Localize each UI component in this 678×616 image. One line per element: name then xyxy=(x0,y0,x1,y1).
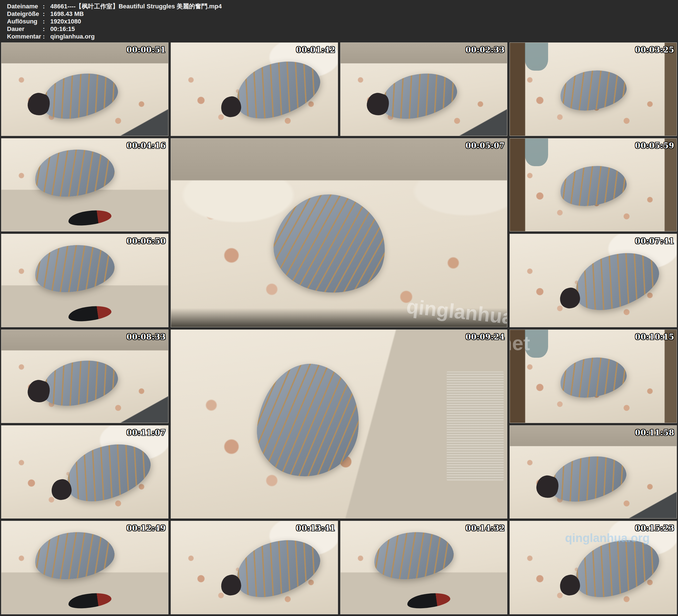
timestamp-overlay: 00:02:33 xyxy=(466,45,505,54)
thumbnail-image xyxy=(510,43,677,136)
duration-value: 00:16:15 xyxy=(50,25,75,33)
timestamp-overlay: 00:12:49 xyxy=(126,524,166,533)
field-separator: : xyxy=(43,2,50,10)
timestamp-overlay: 00:08:33 xyxy=(126,333,166,341)
timestamp-overlay: 00:15:23 xyxy=(635,524,674,533)
video-thumbnail: 00:05:59 xyxy=(510,138,677,232)
timestamp-overlay: 00:04:16 xyxy=(126,141,166,150)
video-thumbnail: 00:03:25 xyxy=(510,42,677,136)
filesize-value: 1698.43 MB xyxy=(50,10,84,17)
timestamp-overlay: 00:11:58 xyxy=(635,428,674,437)
thumbnail-image xyxy=(171,139,507,327)
video-thumbnail: 00:00:51 xyxy=(1,42,168,136)
thumbnail-image xyxy=(1,521,168,614)
thumbnail-image xyxy=(341,43,507,136)
thumbnail-image xyxy=(1,330,168,423)
timestamp-overlay: 00:10:15 xyxy=(635,333,674,341)
video-thumbnail: 00:08:33 xyxy=(1,330,168,423)
timestamp-overlay: 00:09:24 xyxy=(466,333,505,341)
video-thumbnail: qinglanhua.org 00:15:23 xyxy=(510,521,677,614)
video-thumbnail-large: qinglanhua.net 00:05:07 xyxy=(171,138,507,327)
video-thumbnail: 00:13:41 xyxy=(171,521,338,614)
timestamp-overlay: 00:01:42 xyxy=(296,45,336,54)
timestamp-overlay: 00:11:07 xyxy=(126,428,166,437)
timestamp-overlay: 00:07:41 xyxy=(635,237,674,245)
video-thumbnail: 00:12:49 xyxy=(1,521,168,614)
video-thumbnail: 00:11:58 xyxy=(510,425,677,519)
comment-value: qinglanhua.org xyxy=(50,33,95,40)
field-label: Dateiname xyxy=(7,2,43,10)
thumbnail-image xyxy=(1,139,168,231)
file-info-header: Dateiname : 48661----【枫叶工作室】Beautiful St… xyxy=(0,0,678,42)
field-label: Dateigröße xyxy=(7,10,43,17)
file-info-row: Dateigröße : 1698.43 MB xyxy=(7,10,678,17)
thumbnail-image xyxy=(171,43,338,136)
video-thumbnail: 00:04:16 xyxy=(1,138,168,232)
thumbnail-image xyxy=(510,139,677,231)
thumbnail-grid: 00:00:51 00:01:42 00:02:33 00:03:25 00:0… xyxy=(1,42,677,614)
timestamp-overlay: 00:05:59 xyxy=(635,141,674,150)
thumbnail-image xyxy=(510,426,677,518)
timestamp-overlay: 00:06:50 xyxy=(126,237,166,245)
thumbnail-image xyxy=(1,426,168,518)
file-info-row: Dauer : 00:16:15 xyxy=(7,25,678,33)
timestamp-overlay: 00:13:41 xyxy=(296,524,336,533)
contact-sheet-page: Dateiname : 48661----【枫叶工作室】Beautiful St… xyxy=(0,0,678,616)
video-thumbnail: 00:01:42 xyxy=(171,42,338,136)
video-thumbnail: 00:11:07 xyxy=(1,425,168,519)
thumbnail-image xyxy=(1,234,168,327)
field-separator: : xyxy=(43,25,50,33)
timestamp-overlay: 00:05:07 xyxy=(466,141,505,150)
field-label: Kommentar xyxy=(7,33,43,40)
video-thumbnail: 00:14:32 xyxy=(340,521,507,614)
video-thumbnail-large: 00:09:24 xyxy=(171,330,507,518)
video-thumbnail: qinglanhua.net 00:10:15 xyxy=(510,330,677,423)
file-info-row: Auflösung : 1920x1080 xyxy=(7,17,678,25)
thumbnail-image xyxy=(171,330,507,518)
file-info-row: Kommentar : qinglanhua.org xyxy=(7,33,678,40)
field-label: Auflösung xyxy=(7,17,43,25)
video-thumbnail: 00:07:41 xyxy=(510,234,677,327)
field-separator: : xyxy=(43,10,50,17)
thumbnail-image xyxy=(341,521,507,614)
filename-value: 48661----【枫叶工作室】Beautiful Struggles 美麗的奮… xyxy=(50,2,222,10)
timestamp-overlay: 00:00:51 xyxy=(126,45,166,54)
thumbnail-image xyxy=(510,521,677,614)
field-separator: : xyxy=(43,17,50,25)
resolution-value: 1920x1080 xyxy=(50,17,81,25)
video-thumbnail: 00:06:50 xyxy=(1,234,168,327)
thumbnail-image xyxy=(171,521,338,614)
video-thumbnail: 00:02:33 xyxy=(340,42,507,136)
field-separator: : xyxy=(43,33,50,40)
thumbnail-image xyxy=(510,330,677,423)
field-label: Dauer xyxy=(7,25,43,33)
file-info-row: Dateiname : 48661----【枫叶工作室】Beautiful St… xyxy=(7,2,678,10)
timestamp-overlay: 00:14:32 xyxy=(466,524,505,533)
thumbnail-image xyxy=(1,43,168,136)
timestamp-overlay: 00:03:25 xyxy=(635,45,674,54)
thumbnail-image xyxy=(510,234,677,327)
